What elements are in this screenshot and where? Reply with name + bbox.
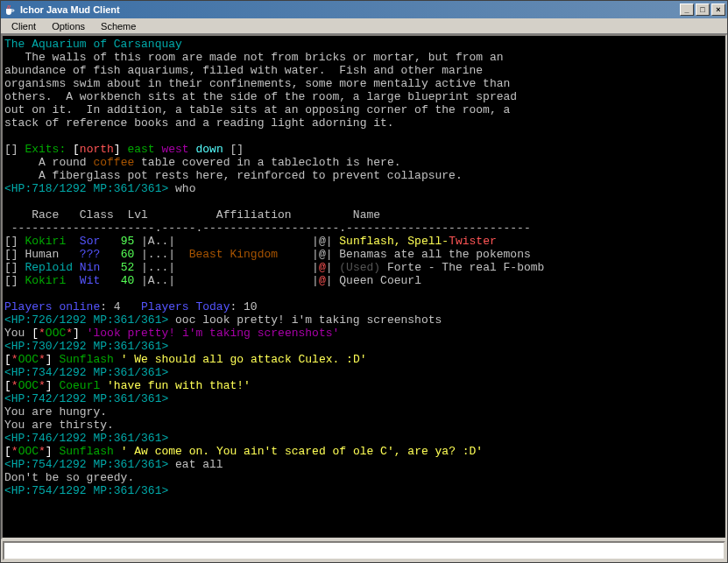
who-name: Benamas ate all the pokemons bbox=[339, 248, 530, 261]
exits-lbracket: [] bbox=[4, 143, 25, 156]
prompt: <HP:730/1292 MP:361/361> bbox=[4, 340, 168, 353]
close-button[interactable]: × bbox=[711, 4, 725, 16]
who-used: (Used) bbox=[339, 261, 380, 274]
who-lvl: 40 bbox=[121, 274, 141, 287]
who-header: Race Class Lvl Affiliation Name bbox=[4, 208, 380, 222]
minimize-button[interactable]: _ bbox=[680, 4, 694, 16]
bracket: ] bbox=[114, 143, 128, 156]
ooc-you: You bbox=[4, 327, 32, 340]
exit-west: west bbox=[161, 143, 195, 156]
app-window: Ichor Java Mud Client _ □ × Client Optio… bbox=[0, 0, 728, 563]
who-flags: |...| | bbox=[141, 261, 319, 274]
players-online-label: Players online bbox=[4, 300, 100, 313]
players-today-label: Players Today bbox=[141, 300, 230, 313]
prompt: <HP:746/1292 MP:361/361> bbox=[4, 432, 168, 445]
exit-north: north bbox=[80, 143, 114, 156]
who-at: @ bbox=[319, 274, 326, 287]
ooc-tag: OOC bbox=[46, 327, 66, 340]
ooc-speaker: Sunflash bbox=[59, 445, 120, 458]
who-flags: |...| bbox=[141, 248, 189, 261]
room-desc: others. A workbench sits at the side of … bbox=[4, 90, 517, 103]
bracket: [ bbox=[4, 445, 11, 458]
table-row: [] bbox=[4, 235, 25, 248]
ooc-star: * bbox=[39, 445, 46, 458]
room-desc: abundance of fish aquariums, filled with… bbox=[4, 64, 483, 77]
cmd-echo: eat all bbox=[168, 458, 223, 471]
status-line: Don't be so greedy. bbox=[4, 471, 134, 484]
room-desc: out on it. In addition, a table sits at … bbox=[4, 103, 510, 116]
prompt: <HP:742/1292 MP:361/361> bbox=[4, 392, 168, 405]
ooc-tag: OOC bbox=[18, 353, 39, 366]
who-class: Nin bbox=[80, 261, 121, 274]
room-desc: The walls of this room are made not from… bbox=[4, 51, 504, 64]
window-title: Ichor Java Mud Client bbox=[20, 4, 680, 15]
room-item: A round bbox=[4, 156, 93, 169]
who-race: Kokiri bbox=[25, 235, 79, 248]
terminal-output: The Aquarium of Carsanquay The walls of … bbox=[4, 38, 724, 536]
ooc-star: * bbox=[11, 445, 18, 458]
terminal-panel: The Aquarium of Carsanquay The walls of … bbox=[1, 34, 727, 539]
who-lvl: 60 bbox=[121, 248, 141, 261]
prompt: <HP:718/1292 MP:361/361> bbox=[4, 182, 168, 195]
room-item: table covered in a tablecloth is here. bbox=[134, 156, 400, 169]
ooc-tag: OOC bbox=[18, 445, 39, 458]
window-controls: _ □ × bbox=[680, 4, 725, 16]
bracket: ] bbox=[46, 445, 60, 458]
ooc-star: * bbox=[11, 379, 18, 392]
who-name: Twister bbox=[449, 235, 497, 248]
players-today-val: : 10 bbox=[230, 300, 257, 313]
exits-label: Exits: bbox=[25, 143, 73, 156]
who-class: Wit bbox=[80, 274, 121, 287]
exit-down: down bbox=[195, 143, 223, 156]
who-flags: |@| bbox=[278, 248, 339, 261]
prompt: <HP:734/1292 MP:361/361> bbox=[4, 366, 168, 379]
prompt: <HP:754/1292 MP:361/361> bbox=[4, 484, 168, 497]
who-flags: | bbox=[326, 261, 340, 274]
java-cup-icon bbox=[3, 3, 17, 17]
who-lvl: 95 bbox=[121, 235, 141, 248]
who-class: Sor bbox=[80, 235, 121, 248]
who-class: ??? bbox=[80, 248, 121, 261]
ooc-star: * bbox=[39, 353, 46, 366]
menu-client[interactable]: Client bbox=[4, 20, 43, 32]
who-aff: Beast Kingdom bbox=[189, 248, 278, 261]
titlebar: Ichor Java Mud Client _ □ × bbox=[1, 1, 727, 18]
players-online-val: : 4 bbox=[100, 300, 141, 313]
minimize-icon: _ bbox=[684, 5, 689, 14]
command-input[interactable] bbox=[4, 543, 724, 559]
bracket: ] bbox=[46, 353, 60, 366]
who-flags: |A..| |@| bbox=[141, 235, 339, 248]
who-name: Sunflash, Spell- bbox=[339, 235, 449, 248]
close-icon: × bbox=[716, 5, 720, 14]
prompt: <HP:754/1292 MP:361/361> bbox=[4, 458, 168, 471]
room-title: The Aquarium of Carsanquay bbox=[4, 38, 182, 51]
maximize-button[interactable]: □ bbox=[696, 4, 710, 16]
ooc-star: * bbox=[39, 327, 46, 340]
who-flags: |A..| | bbox=[141, 274, 319, 287]
ooc-tag: OOC bbox=[18, 379, 39, 392]
who-lvl: 52 bbox=[121, 261, 141, 274]
menu-options[interactable]: Options bbox=[45, 20, 92, 32]
status-line: You are hungry. bbox=[4, 405, 107, 419]
table-row: [] bbox=[4, 274, 25, 287]
bracket: [ bbox=[73, 143, 80, 156]
who-race: Reploid bbox=[25, 261, 79, 274]
who-race: Human bbox=[25, 248, 79, 261]
who-name: Queen Coeurl bbox=[339, 274, 421, 287]
menu-scheme[interactable]: Scheme bbox=[94, 20, 143, 32]
who-name: Forte - The real F-bomb bbox=[380, 261, 544, 274]
ooc-msg: 'have fun with that!' bbox=[107, 379, 251, 392]
who-rule: ---------------------.-----.------------… bbox=[4, 222, 531, 235]
ooc-star: * bbox=[39, 379, 46, 392]
room-item-hl: coffee bbox=[93, 156, 134, 169]
room-desc: stack of reference books and a reading l… bbox=[4, 116, 394, 130]
ooc-speaker: Sunflash bbox=[59, 353, 120, 366]
bracket: [ bbox=[32, 327, 39, 340]
table-row: [] bbox=[4, 261, 25, 274]
ooc-msg: 'look pretty! i'm taking screenshots' bbox=[87, 327, 340, 340]
bracket: ] bbox=[46, 379, 60, 392]
room-desc: organisms swim about in their confinemen… bbox=[4, 77, 510, 90]
who-flags: | bbox=[326, 274, 340, 287]
bracket: [ bbox=[4, 379, 11, 392]
exits-tail: [] bbox=[223, 143, 244, 156]
